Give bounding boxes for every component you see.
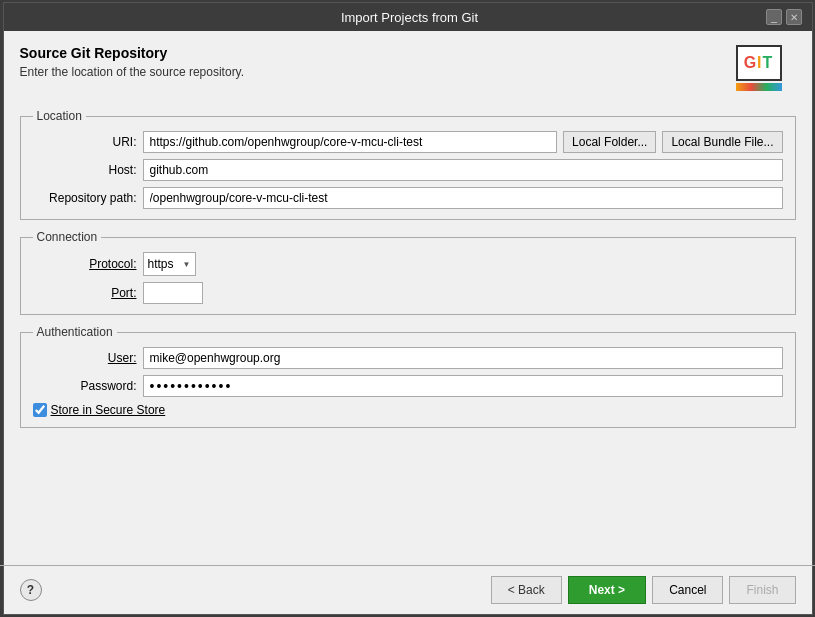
user-input[interactable] bbox=[143, 347, 783, 369]
store-secure-checkbox[interactable] bbox=[33, 403, 47, 417]
finish-button[interactable]: Finish bbox=[729, 576, 795, 604]
port-label: Port: bbox=[33, 286, 143, 300]
user-label: User: bbox=[33, 351, 143, 365]
repository-path-input[interactable] bbox=[143, 187, 783, 209]
uri-input-row: Local Folder... Local Bundle File... bbox=[143, 131, 783, 153]
connection-fieldset: Connection Protocol: https http git ssh … bbox=[20, 230, 796, 315]
dialog-title: Import Projects from Git bbox=[54, 10, 766, 25]
repository-path-label: Repository path: bbox=[33, 191, 143, 205]
password-label: Password: bbox=[33, 379, 143, 393]
location-legend: Location bbox=[33, 109, 86, 123]
content-spacer bbox=[20, 438, 796, 557]
host-input[interactable] bbox=[143, 159, 783, 181]
import-dialog: Import Projects from Git ⎯ ✕ Source Git … bbox=[3, 2, 813, 615]
user-row: User: bbox=[33, 347, 783, 369]
port-input[interactable] bbox=[143, 282, 203, 304]
password-row: Password: bbox=[33, 375, 783, 397]
back-button[interactable]: < Back bbox=[491, 576, 562, 604]
cancel-button[interactable]: Cancel bbox=[652, 576, 723, 604]
authentication-fieldset: Authentication User: Password: Store in … bbox=[20, 325, 796, 428]
password-input[interactable] bbox=[143, 375, 783, 397]
git-logo: GIT bbox=[736, 45, 796, 95]
protocol-row: Protocol: https http git ssh bbox=[33, 252, 783, 276]
host-label: Host: bbox=[33, 163, 143, 177]
connection-legend: Connection bbox=[33, 230, 102, 244]
close-button[interactable]: ✕ bbox=[786, 9, 802, 25]
minimize-button[interactable]: ⎯ bbox=[766, 9, 782, 25]
location-fieldset: Location URI: Local Folder... Local Bund… bbox=[20, 109, 796, 220]
uri-label: URI: bbox=[33, 135, 143, 149]
header-text: Source Git Repository Enter the location… bbox=[20, 45, 245, 79]
port-row: Port: bbox=[33, 282, 783, 304]
host-row: Host: bbox=[33, 159, 783, 181]
local-folder-button[interactable]: Local Folder... bbox=[563, 131, 656, 153]
authentication-legend: Authentication bbox=[33, 325, 117, 339]
uri-input[interactable] bbox=[143, 131, 558, 153]
next-button[interactable]: Next > bbox=[568, 576, 646, 604]
title-bar: Import Projects from Git ⎯ ✕ bbox=[4, 3, 812, 31]
protocol-select[interactable]: https http git ssh bbox=[143, 252, 196, 276]
git-logo-bar bbox=[736, 83, 782, 91]
git-logo-box: GIT bbox=[736, 45, 782, 81]
page-title: Source Git Repository bbox=[20, 45, 245, 61]
button-bar: ? < Back Next > Cancel Finish bbox=[4, 566, 812, 614]
title-controls: ⎯ ✕ bbox=[766, 9, 802, 25]
local-bundle-button[interactable]: Local Bundle File... bbox=[662, 131, 782, 153]
store-secure-label: Store in Secure Store bbox=[51, 403, 166, 417]
uri-row: URI: Local Folder... Local Bundle File..… bbox=[33, 131, 783, 153]
help-button[interactable]: ? bbox=[20, 579, 42, 601]
store-secure-row: Store in Secure Store bbox=[33, 403, 783, 417]
page-subtitle: Enter the location of the source reposit… bbox=[20, 65, 245, 79]
repository-path-row: Repository path: bbox=[33, 187, 783, 209]
dialog-content: Source Git Repository Enter the location… bbox=[4, 31, 812, 565]
protocol-wrapper: https http git ssh bbox=[143, 252, 196, 276]
header-section: Source Git Repository Enter the location… bbox=[20, 45, 796, 95]
protocol-label: Protocol: bbox=[33, 257, 143, 271]
